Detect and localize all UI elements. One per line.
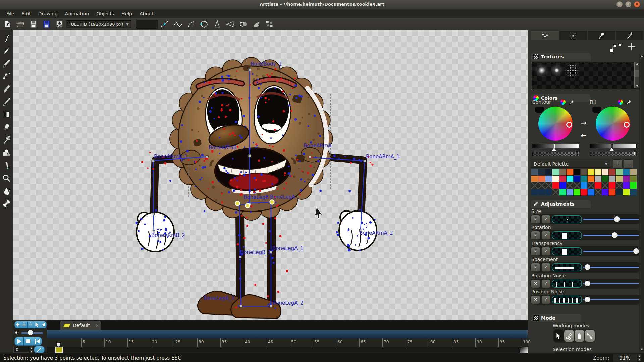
fill-hue-indicator[interactable] bbox=[624, 122, 630, 128]
palette-swatch-2-10[interactable] bbox=[602, 182, 608, 189]
size-slider[interactable] bbox=[583, 215, 639, 223]
pencil-tool[interactable] bbox=[2, 34, 11, 43]
add-object-icon[interactable] bbox=[627, 42, 637, 53]
contour-hue-indicator[interactable] bbox=[566, 122, 572, 128]
paintbrush-tool[interactable] bbox=[2, 59, 11, 68]
palette-swatch-1-11[interactable] bbox=[609, 176, 615, 182]
palette-swatch-2-14[interactable] bbox=[630, 182, 637, 189]
fill-value-cursor[interactable] bbox=[610, 148, 614, 151]
texture-thumb-1[interactable] bbox=[534, 63, 549, 78]
hand-pan-tool[interactable] bbox=[2, 186, 11, 195]
palette-swatch-0-4[interactable] bbox=[559, 169, 566, 175]
stop-button[interactable] bbox=[23, 337, 33, 346]
palette-swatch-2-2[interactable] bbox=[545, 182, 552, 189]
adjustments-section-header[interactable]: Adjustments bbox=[531, 200, 591, 208]
palette-swatch-0-7[interactable] bbox=[581, 169, 587, 175]
palette-swatch-1-0[interactable] bbox=[531, 176, 538, 182]
palette-swatch-2-7[interactable] bbox=[581, 182, 587, 189]
onion-skin-button[interactable] bbox=[34, 346, 45, 353]
rotation-noise-slider[interactable] bbox=[583, 280, 639, 288]
panel-scroll-down-icon[interactable]: ▼ bbox=[639, 348, 644, 352]
panel-tab-adjust[interactable] bbox=[531, 31, 559, 40]
save-as-button[interactable] bbox=[42, 20, 51, 29]
palette-swatch-1-4[interactable] bbox=[559, 176, 566, 182]
palette-swatch-0-8[interactable] bbox=[588, 169, 594, 175]
contour-eyedropper-icon[interactable] bbox=[569, 99, 574, 106]
cursor-a-button[interactable] bbox=[34, 321, 40, 328]
save-button[interactable] bbox=[29, 20, 38, 29]
panel-scrollbar[interactable]: ▲ ▼ bbox=[639, 54, 644, 352]
apply-button[interactable]: ✓ bbox=[541, 215, 550, 224]
panel-tab-transform[interactable] bbox=[559, 31, 587, 40]
apply-button[interactable]: ✓ bbox=[541, 279, 550, 288]
position-noise-slider[interactable] bbox=[583, 296, 639, 304]
timeline-tab-default[interactable]: Default × bbox=[60, 321, 101, 330]
working-mode-scissors[interactable] bbox=[564, 330, 574, 342]
contour-wheel-icon[interactable] bbox=[560, 100, 566, 105]
palette-swatch-2-5[interactable] bbox=[567, 182, 573, 189]
apply-button[interactable]: ✓ bbox=[541, 295, 550, 304]
flyswatter-tool[interactable] bbox=[2, 135, 11, 144]
skip-start-button[interactable] bbox=[33, 337, 42, 346]
palette-remove-button[interactable]: - bbox=[624, 159, 633, 169]
copy-to-contour-icon[interactable]: ← bbox=[581, 132, 587, 140]
palette-swatch-0-6[interactable] bbox=[574, 169, 580, 175]
palette-swatch-1-7[interactable] bbox=[581, 176, 587, 182]
timeline-ruler[interactable]: 5101520253035404550556065707580859095100 bbox=[47, 338, 528, 347]
marker-tool[interactable] bbox=[2, 84, 11, 94]
remove-point-button[interactable] bbox=[27, 321, 34, 328]
textures-list[interactable]: ▲ ▼ bbox=[532, 62, 640, 89]
close-button[interactable]: ✕ bbox=[634, 1, 640, 7]
palette-swatch-3-2[interactable] bbox=[545, 189, 552, 195]
panel-tab-wand[interactable] bbox=[616, 31, 643, 40]
texture-thumb-2[interactable] bbox=[549, 63, 564, 78]
zoom-value[interactable]: 91% bbox=[612, 354, 637, 362]
volume-knob[interactable] bbox=[28, 330, 33, 335]
palette-swatch-2-13[interactable] bbox=[623, 182, 630, 189]
reset-button[interactable]: ✕ bbox=[531, 295, 540, 304]
menu-item-drawing[interactable]: Drawing bbox=[35, 10, 61, 18]
palette-swatch-0-14[interactable] bbox=[630, 169, 637, 175]
palette-select[interactable]: Default Palette ▼ bbox=[531, 160, 610, 168]
palette-swatch-1-14[interactable] bbox=[630, 176, 637, 182]
transparency-slider[interactable] bbox=[583, 247, 639, 255]
contour-value-cursor[interactable] bbox=[552, 148, 556, 151]
texture-thumb-3[interactable] bbox=[565, 63, 579, 78]
palette-swatch-2-6[interactable] bbox=[574, 182, 580, 189]
curve-points-button[interactable] bbox=[173, 20, 182, 29]
fill-wheel-icon[interactable] bbox=[618, 100, 623, 105]
resolution-dropdown-arrow-icon[interactable]: ▼ bbox=[124, 20, 131, 28]
palette-add-button[interactable]: + bbox=[613, 159, 623, 169]
palette-swatch-3-3[interactable] bbox=[552, 189, 559, 195]
palette-swatch-3-5[interactable] bbox=[567, 189, 573, 195]
palette-swatch-3-9[interactable] bbox=[595, 189, 601, 195]
palette-swatch-3-4[interactable] bbox=[559, 189, 566, 195]
reset-button[interactable]: ✕ bbox=[531, 279, 540, 288]
palette-swatch-3-1[interactable] bbox=[538, 189, 545, 195]
palette-swatch-2-9[interactable] bbox=[595, 182, 601, 189]
palette-swatch-0-12[interactable] bbox=[616, 169, 623, 175]
resolution-select[interactable]: FULL HD (644x362 px) bbox=[66, 20, 126, 28]
mirror-vertical-button[interactable] bbox=[213, 20, 222, 29]
spacement-slider[interactable] bbox=[583, 263, 639, 272]
zoom-tool[interactable] bbox=[2, 174, 11, 183]
textures-section-header[interactable]: Textures bbox=[531, 53, 591, 61]
reset-button[interactable]: ✕ bbox=[531, 247, 540, 256]
palette-swatch-2-0[interactable] bbox=[531, 182, 538, 189]
palette-swatch-0-9[interactable] bbox=[595, 169, 601, 175]
apply-button[interactable]: ✓ bbox=[541, 247, 550, 256]
maximize-button[interactable]: □ bbox=[625, 1, 631, 7]
apply-button[interactable]: ✓ bbox=[541, 231, 550, 240]
menu-item-help[interactable]: Help bbox=[118, 10, 136, 18]
shape-primitives-tool[interactable] bbox=[2, 148, 11, 157]
add-point-button[interactable] bbox=[14, 321, 21, 328]
palette-swatch-1-3[interactable] bbox=[552, 176, 559, 182]
knife-tool[interactable] bbox=[2, 161, 11, 170]
reset-button[interactable]: ✕ bbox=[531, 215, 540, 224]
keyframe-cell[interactable] bbox=[55, 347, 63, 353]
polyline-points-button[interactable] bbox=[160, 20, 169, 29]
timeline-track[interactable] bbox=[47, 330, 528, 339]
frame-spinner[interactable]: ▲▼ bbox=[29, 346, 34, 353]
palette-swatch-0-5[interactable] bbox=[567, 169, 573, 175]
reset-button[interactable]: ✕ bbox=[531, 231, 540, 240]
